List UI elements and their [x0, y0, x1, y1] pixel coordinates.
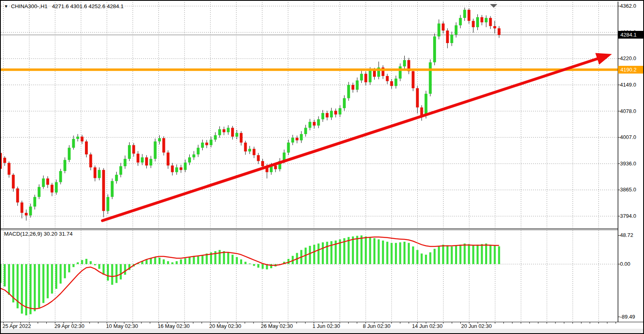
time-axis-label: 25 Apr 2022 — [2, 323, 31, 329]
vertical-gridlines — [3, 2, 598, 321]
price-axis-label: 3794.0 — [620, 213, 636, 219]
macd-axis-label: -89.49 — [620, 314, 635, 320]
time-axis-label: 8 Jun 02:30 — [363, 323, 390, 329]
time-axis-label: 1 Jun 02:30 — [312, 323, 340, 329]
macd-signal-line — [1, 237, 499, 309]
time-axis-label: 26 May 02:30 — [261, 323, 293, 329]
level-price-badge: 4190.2 — [618, 66, 643, 74]
price-axis-label: 3865.0 — [620, 187, 636, 193]
price-axis-label: 3936.0 — [620, 160, 636, 167]
macd-histogram — [1, 235, 500, 315]
bid-price-badge: 4284.1 — [618, 31, 643, 39]
time-axis-label: 20 May 02:30 — [209, 323, 241, 329]
chart-canvas[interactable] — [1, 1, 643, 333]
chart-title-ohlc: 4271.6 4301.6 4252.6 4284.1 — [52, 3, 124, 9]
time-axis-label: 10 May 02:30 — [106, 323, 138, 329]
price-axis-label: 4078.0 — [620, 108, 636, 114]
price-axis-label: 4362.0 — [620, 3, 636, 9]
price-axis-label: 4220.0 — [620, 55, 636, 61]
macd-indicator-label: MACD(12,26,9) 30.20 31.74 — [4, 231, 73, 237]
macd-axis-label: 48.72 — [620, 232, 633, 238]
time-axis-label: 14 Jun 02:30 — [412, 323, 442, 329]
time-axis-label: 20 Jun 02:30 — [461, 323, 492, 329]
symbol-dropdown-icon[interactable]: ▼ — [4, 4, 8, 9]
price-axis-label: 4149.0 — [620, 82, 636, 88]
bottom-strip — [1, 329, 643, 333]
time-axis-label: 16 May 02:30 — [158, 323, 190, 329]
macd-axis-label: 0.00 — [620, 261, 630, 267]
chart-window: ▼ CHINA300-,H1 4271.6 4301.6 4252.6 4284… — [0, 0, 644, 334]
chart-title-bar: ▼ CHINA300-,H1 4271.6 4301.6 4252.6 4284… — [4, 3, 124, 9]
chart-title-symbol: CHINA300-,H1 — [11, 3, 48, 9]
time-axis-label: 29 Apr 02:30 — [54, 323, 85, 329]
horizontal-gridlines — [1, 6, 618, 264]
price-axis-label: 4007.0 — [620, 134, 636, 140]
